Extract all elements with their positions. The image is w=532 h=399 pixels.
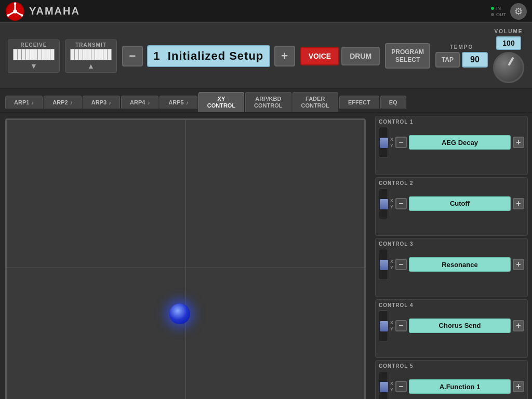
receive-label: RECEIVE [21,42,47,48]
xy-ball[interactable] [169,303,190,324]
control-1-minus-button[interactable]: − [395,137,407,148]
control-panel: CONTROL 1 X Y − AEG Decay + CONTROL 2 [371,113,532,399]
control-5-thumb [380,382,388,392]
tab-arp2[interactable]: ARP2♪ [44,96,81,109]
control-2-minus-button[interactable]: − [395,198,407,209]
control-2-value: Cutoff [409,196,511,211]
volume-section: VOLUME 100 [493,29,524,83]
svg-point-5 [14,2,17,5]
tab-arp5[interactable]: ARP5♪ [159,96,197,109]
control-4-xy-labels: X Y [390,320,393,331]
yamaha-text: YAMAHA [29,5,80,17]
receive-piano [13,49,55,60]
control-3-value: Resonance [409,257,511,272]
control-4-slider[interactable] [379,310,388,341]
control-2-thumb [380,199,388,209]
control-3-plus-button[interactable]: + [513,259,524,270]
top-bar-right: IN OUT ⚙ [491,3,527,20]
in-led [491,7,494,10]
svg-point-6 [21,14,23,17]
control-4-plus-button[interactable]: + [513,320,524,331]
xy-grid-vertical [185,120,186,399]
control-group-1: CONTROL 1 X Y − AEG Decay + [375,116,528,175]
control-3-minus-button[interactable]: − [395,259,407,270]
control-2-plus-button[interactable]: + [513,198,524,209]
preset-display: 1 Initialized Setup [147,45,270,67]
tab-arp1[interactable]: ARP1♪ [5,96,43,109]
transmit-label: TRANSMIT [75,42,107,48]
xy-pad-container [0,113,371,399]
control-4-thumb [380,321,388,331]
control-1-value: AEG Decay [409,135,511,150]
control-5-title: CONTROL 5 [379,363,524,369]
voice-button[interactable]: VOICE [300,47,340,65]
tab-arp-kbd[interactable]: ARP/KBDCONTROL [245,92,291,112]
tab-effect[interactable]: EFFECT [339,96,379,109]
transmit-piano [70,49,112,60]
control-group-2: CONTROL 2 X Y − Cutoff + [375,177,528,236]
control-2-xy-labels: X Y [390,198,393,209]
control-2-title: CONTROL 2 [379,180,524,186]
tempo-section: TEMPO TAP 90 [435,44,488,68]
prev-preset-button[interactable]: − [122,46,143,66]
control-1-thumb [380,138,388,148]
receive-arrow-icon: ▼ [30,62,37,70]
tempo-label: TEMPO [450,44,474,50]
next-preset-button[interactable]: + [274,46,295,66]
control-5-minus-button[interactable]: − [395,381,407,392]
svg-point-7 [7,14,10,17]
out-led [491,13,494,16]
in-label: IN [496,6,501,11]
voice-drum-section: VOICE DRUM [300,47,380,65]
main-content: CONTROL 1 X Y − AEG Decay + CONTROL 2 [0,113,532,399]
control-group-4: CONTROL 4 X Y − Chorus Send + [375,299,528,358]
control-group-5: CONTROL 5 X Y − A.Function 1 + [375,360,528,399]
out-label: OUT [496,12,506,17]
transmit-arrow-icon: ▲ [87,62,95,70]
receive-block: RECEIVE ▼ [8,39,60,73]
control-2-slider[interactable] [379,188,388,219]
control-3-xy-labels: X Y [390,259,393,270]
volume-knob[interactable] [493,52,524,83]
knob-indicator [508,57,514,66]
control-group-3: CONTROL 3 X Y − Resonance + [375,238,528,297]
tab-fader[interactable]: FADERCONTROL [292,92,338,112]
program-select-button[interactable]: PROGRAM SELECT [385,43,430,69]
tab-arp3[interactable]: ARP3♪ [83,96,120,109]
control-5-plus-button[interactable]: + [513,381,524,392]
top-bar: YAMAHA IN OUT ⚙ [0,0,532,23]
tap-button[interactable]: TAP [435,52,460,68]
nav-center: − 1 Initialized Setup + [122,45,295,67]
control-3-title: CONTROL 3 [379,241,524,247]
tab-arp4[interactable]: ARP4♪ [121,96,158,109]
header-section: RECEIVE ▼ TRANSMIT ▲ − 1 Initial [0,23,532,89]
control-4-minus-button[interactable]: − [395,320,407,331]
control-1-slider[interactable] [379,127,388,158]
drum-button[interactable]: DRUM [341,47,380,65]
settings-button[interactable]: ⚙ [510,3,527,20]
control-4-title: CONTROL 4 [379,302,524,308]
control-3-thumb [380,260,388,270]
control-4-value: Chorus Send [409,318,511,333]
control-5-slider[interactable] [379,371,388,399]
control-5-value: A.Function 1 [409,379,511,394]
control-1-xy-labels: X Y [390,137,393,148]
tempo-value[interactable]: 90 [462,52,488,68]
xy-pad[interactable] [5,118,366,399]
yamaha-logo: YAMAHA [5,2,80,21]
in-out-indicator: IN OUT [491,6,506,17]
tab-xy-control[interactable]: XYCONTROL [198,92,244,112]
control-1-plus-button[interactable]: + [513,137,524,148]
tab-eq[interactable]: EQ [380,96,406,109]
tabs-section: ARP1♪ ARP2♪ ARP3♪ ARP4♪ ARP5♪ XYCONTROL … [0,89,532,113]
control-5-xy-labels: X Y [390,381,393,392]
control-1-title: CONTROL 1 [379,119,524,125]
volume-value: 100 [496,36,521,50]
volume-label: VOLUME [495,29,523,34]
transmit-block: TRANSMIT ▲ [65,39,117,73]
yamaha-icon [5,2,25,21]
control-3-slider[interactable] [379,249,388,280]
